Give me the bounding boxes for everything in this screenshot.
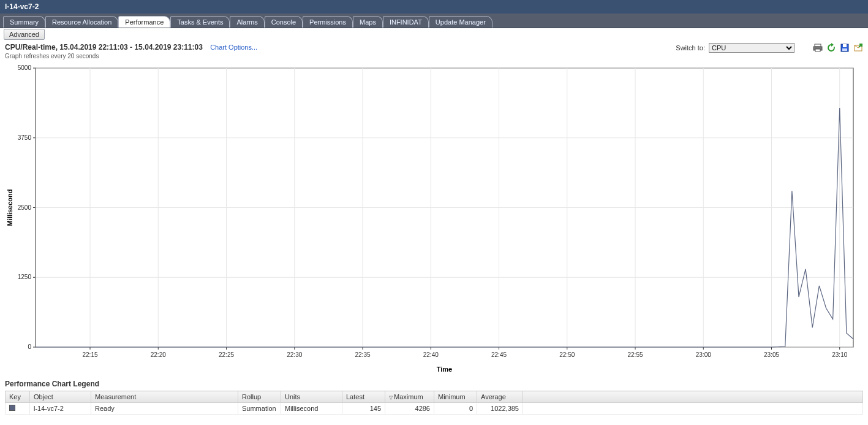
legend-col-key[interactable]: Key (6, 391, 30, 403)
svg-text:3750: 3750 (18, 134, 32, 141)
legend-col-measurement[interactable]: Measurement (91, 391, 238, 403)
tab-tasks-events[interactable]: Tasks & Events (170, 16, 230, 28)
tab-performance[interactable]: Performance (118, 16, 170, 28)
advanced-button[interactable]: Advanced (4, 29, 45, 40)
svg-text:1250: 1250 (18, 274, 32, 280)
svg-text:5000: 5000 (18, 64, 32, 71)
tab-console[interactable]: Console (265, 16, 303, 28)
svg-text:22:55: 22:55 (627, 351, 643, 358)
svg-text:22:25: 22:25 (219, 351, 234, 358)
svg-rect-4 (843, 44, 847, 47)
svg-text:22:45: 22:45 (491, 351, 507, 358)
svg-text:22:40: 22:40 (423, 351, 439, 358)
switch-to-label: Switch to: (676, 44, 705, 52)
svg-rect-0 (815, 44, 821, 47)
legend-col-rollup[interactable]: Rollup (238, 391, 281, 403)
tab-update-manager[interactable]: Update Manager (429, 16, 492, 28)
tab-permissions[interactable]: Permissions (303, 16, 353, 28)
svg-text:22:15: 22:15 (82, 351, 97, 358)
subview-bar: Advanced (0, 28, 868, 40)
svg-rect-5 (842, 48, 847, 51)
svg-rect-2 (815, 49, 820, 52)
tab-infinidat[interactable]: INFINIDAT (383, 16, 429, 28)
save-icon[interactable] (840, 43, 850, 53)
svg-text:22:35: 22:35 (355, 351, 370, 358)
legend-col-units[interactable]: Units (281, 391, 342, 403)
svg-text:2500: 2500 (18, 204, 32, 211)
legend-col-object[interactable]: Object (30, 391, 91, 403)
tab-resource-allocation[interactable]: Resource Allocation (45, 16, 118, 28)
chart-refresh-note: Graph refreshes every 20 seconds (0, 53, 868, 61)
legend-col-latest[interactable]: Latest (342, 391, 385, 403)
performance-chart: 0125025003750500022:1522:2022:2522:3022:… (5, 62, 863, 375)
switch-to-select[interactable]: CPUMemoryDiskNetwork (709, 43, 794, 53)
svg-text:22:20: 22:20 (151, 351, 166, 358)
svg-text:22:30: 22:30 (287, 351, 302, 358)
chart-options-link[interactable]: Chart Options... (210, 44, 257, 51)
svg-text:23:05: 23:05 (764, 351, 779, 358)
legend-col-minimum[interactable]: Minimum (434, 391, 477, 403)
refresh-icon[interactable] (826, 43, 836, 53)
svg-text:0: 0 (28, 343, 31, 350)
svg-text:23:00: 23:00 (696, 351, 711, 358)
svg-text:Millisecond: Millisecond (6, 190, 13, 226)
tab-alarms[interactable]: Alarms (230, 16, 264, 28)
svg-text:Time: Time (437, 366, 452, 373)
print-icon[interactable] (813, 43, 823, 53)
chart-title: CPU/Real-time, 15.04.2019 22:11:03 - 15.… (5, 43, 203, 52)
legend-table: KeyObjectMeasurementRollupUnitsLatest▽Ma… (5, 391, 863, 415)
window-title: l-14-vc7-2 (0, 0, 868, 13)
legend-title: Performance Chart Legend (0, 375, 868, 391)
export-icon[interactable] (853, 43, 863, 53)
legend-col-maximum[interactable]: ▽Maximum (385, 391, 434, 403)
svg-text:23:10: 23:10 (832, 351, 847, 358)
legend-col-average[interactable]: Average (477, 391, 523, 403)
tab-bar: SummaryResource AllocationPerformanceTas… (0, 13, 868, 28)
tab-maps[interactable]: Maps (353, 16, 383, 28)
table-row[interactable]: l-14-vc7-2ReadySummationMillisecond14542… (6, 403, 863, 415)
svg-text:22:50: 22:50 (559, 351, 575, 358)
tab-summary[interactable]: Summary (3, 16, 45, 28)
